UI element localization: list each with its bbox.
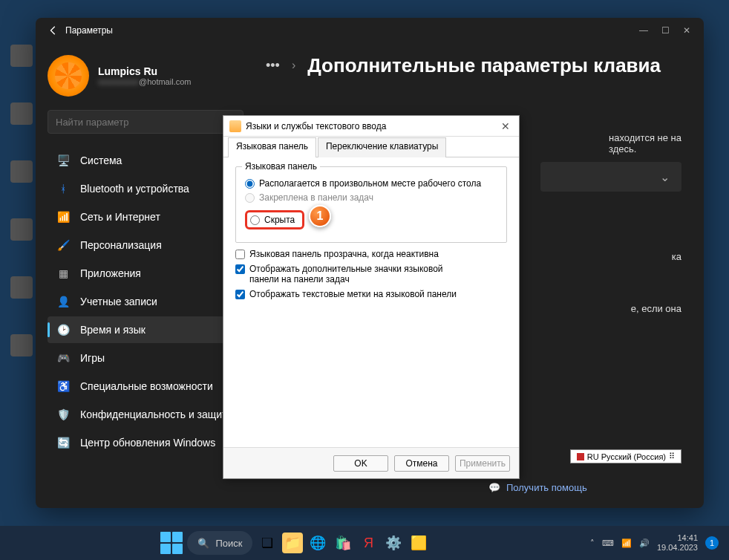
- user-email: xxxxxxxxxx@hotmail.com: [98, 77, 191, 86]
- maximize-button[interactable]: ☐: [661, 25, 670, 36]
- dialog-close-button[interactable]: ✕: [498, 120, 513, 132]
- taskbar-pinned-edge[interactable]: 🌐: [307, 533, 328, 553]
- taskbar-pinned-app[interactable]: 🟨: [408, 533, 429, 553]
- desktop-shortcut[interactable]: [7, 218, 36, 254]
- tab-language-bar[interactable]: Языковая панель: [228, 137, 316, 157]
- taskbar-search[interactable]: 🔍 Поиск: [187, 531, 252, 555]
- system-tray[interactable]: ˄ ⌨ 📶 🔊 14:41 19.04.2023 1: [590, 533, 729, 552]
- taskbar-pinned-store[interactable]: 🛍️: [333, 533, 353, 553]
- chevron-down-icon: ⌄: [660, 170, 670, 184]
- radio-docked-input[interactable]: [245, 193, 255, 203]
- check-transparent[interactable]: Языковая панель прозрачна, когда неактив…: [235, 249, 507, 259]
- info-text-3: е, если она: [631, 303, 681, 314]
- dialog-title: Языки и службы текстового ввода: [246, 121, 498, 131]
- taskbar-clock[interactable]: 14:41 19.04.2023: [657, 533, 698, 552]
- sidebar-item-privacy[interactable]: 🛡️Конфиденциальность и защит: [48, 401, 243, 428]
- gamepad-icon: 🎮: [56, 351, 70, 365]
- info-text-2: ка: [672, 251, 681, 262]
- sidebar-item-accessibility[interactable]: ♿Специальные возможности: [48, 373, 243, 400]
- accounts-icon: 👤: [56, 295, 70, 308]
- expander-card[interactable]: ⌄: [540, 162, 681, 192]
- sidebar-item-system[interactable]: 🖥️Система: [48, 147, 243, 174]
- radio-floating[interactable]: Располагается в произвольном месте рабоч…: [245, 178, 497, 189]
- check-extra-icons[interactable]: Отображать дополнительные значки языково…: [235, 264, 507, 284]
- radio-docked[interactable]: Закреплена в панели задач: [245, 192, 497, 203]
- desktop-shortcut[interactable]: [7, 102, 36, 138]
- ok-button[interactable]: OK: [333, 455, 388, 472]
- bluetooth-icon: ᚼ: [56, 182, 70, 195]
- language-bar-group: Языковая панель Располагается в произвол…: [235, 166, 507, 243]
- start-button[interactable]: [160, 532, 183, 554]
- taskbar-pinned-explorer[interactable]: 📁: [282, 533, 303, 553]
- tray-volume-icon[interactable]: 🔊: [639, 538, 650, 548]
- desktop-shortcut[interactable]: [7, 160, 36, 196]
- avatar: [48, 55, 89, 97]
- desktop-shortcut[interactable]: [7, 45, 36, 80]
- tray-language-icon[interactable]: ⌨: [602, 538, 614, 548]
- desktop-shortcut[interactable]: [7, 334, 36, 370]
- check-text-labels-input[interactable]: [235, 290, 245, 299]
- check-text-labels[interactable]: Отображать текстовые метки на языковой п…: [235, 289, 507, 299]
- brush-icon: 🖌️: [56, 238, 70, 252]
- sidebar-item-network[interactable]: 📶Сеть и Интернет: [48, 204, 243, 230]
- dialog-icon: [229, 120, 241, 132]
- sidebar-item-personalization[interactable]: 🖌️Персонализация: [48, 232, 243, 258]
- breadcrumb: ••• › Дополнительные параметры клавиа: [266, 43, 689, 88]
- sidebar: Lumpics Ru xxxxxxxxxx@hotmail.com 🔍 🖥️Си…: [36, 43, 251, 508]
- minimize-button[interactable]: —: [639, 25, 648, 36]
- sidebar-item-time-language[interactable]: 🕑Время и язык: [48, 316, 243, 343]
- taskbar-pinned-yandex[interactable]: Я: [358, 533, 379, 553]
- back-button[interactable]: [42, 25, 65, 36]
- cancel-button[interactable]: Отмена: [394, 455, 449, 472]
- radio-hidden[interactable]: Скрыта: [245, 210, 304, 229]
- group-legend: Языковая панель: [242, 161, 320, 172]
- help-link[interactable]: 💬 Получить помощь: [488, 482, 587, 493]
- task-view-icon[interactable]: ❏: [257, 533, 278, 553]
- language-bar-dialog: Языки и службы текстового ввода ✕ Языков…: [223, 115, 520, 479]
- flag-icon: [577, 453, 584, 460]
- search-icon: 🔍: [197, 538, 209, 549]
- sidebar-item-apps[interactable]: ▦Приложения: [48, 260, 243, 287]
- help-icon: 💬: [488, 482, 500, 493]
- wifi-icon: 📶: [56, 210, 70, 224]
- sidebar-item-accounts[interactable]: 👤Учетные записи: [48, 288, 243, 315]
- check-extra-icons-input[interactable]: [235, 264, 245, 274]
- sidebar-item-update[interactable]: 🔄Центр обновления Windows: [48, 429, 243, 456]
- user-block[interactable]: Lumpics Ru xxxxxxxxxx@hotmail.com: [48, 51, 243, 110]
- accessibility-icon: ♿: [56, 380, 70, 393]
- breadcrumb-overflow[interactable]: •••: [266, 58, 280, 74]
- radio-hidden-input[interactable]: [250, 215, 260, 225]
- apply-button[interactable]: Применить: [455, 455, 510, 472]
- check-transparent-input[interactable]: [235, 250, 245, 259]
- sidebar-item-gaming[interactable]: 🎮Игры: [48, 345, 243, 371]
- refresh-icon: 🔄: [56, 436, 70, 449]
- callout-marker-1: 1: [309, 205, 331, 227]
- sidebar-item-bluetooth[interactable]: ᚼBluetooth и устройства: [48, 175, 243, 202]
- taskbar: 🔍 Поиск ❏ 📁 🌐 🛍️ Я ⚙️ 🟨 ˄ ⌨ 📶 🔊 14:41 19…: [0, 526, 729, 560]
- dialog-tabs: Языковая панель Переключение клавиатуры: [223, 137, 519, 157]
- desktop-icons: [7, 45, 36, 370]
- taskbar-pinned-settings[interactable]: ⚙️: [383, 533, 404, 553]
- tray-chevron-icon[interactable]: ˄: [590, 538, 595, 548]
- radio-floating-input[interactable]: [245, 179, 255, 189]
- tab-keyboard-switch[interactable]: Переключение клавиатуры: [318, 137, 446, 157]
- language-badge[interactable]: RU Русский (Россия) ⠿: [570, 449, 681, 463]
- system-icon: 🖥️: [56, 154, 70, 167]
- info-text: находится не на здесь.: [609, 132, 681, 154]
- search-input[interactable]: [56, 117, 223, 128]
- window-title: Параметры: [65, 25, 639, 36]
- clock-icon: 🕑: [56, 323, 70, 336]
- titlebar: Параметры — ☐ ✕: [36, 18, 704, 43]
- tray-network-icon[interactable]: 📶: [621, 538, 632, 548]
- search-box[interactable]: 🔍: [48, 110, 243, 134]
- close-button[interactable]: ✕: [683, 25, 690, 36]
- shield-icon: 🛡️: [56, 408, 70, 421]
- dialog-titlebar: Языки и службы текстового ввода ✕: [223, 116, 519, 137]
- user-name: Lumpics Ru: [98, 65, 191, 77]
- notification-badge[interactable]: 1: [705, 536, 719, 550]
- page-title: Дополнительные параметры клавиа: [307, 54, 661, 77]
- chevron-icon: ⠿: [669, 452, 675, 461]
- desktop-shortcut[interactable]: [7, 276, 36, 312]
- chevron-right-icon: ›: [292, 59, 295, 72]
- dialog-button-row: OK Отмена Применить: [223, 447, 519, 478]
